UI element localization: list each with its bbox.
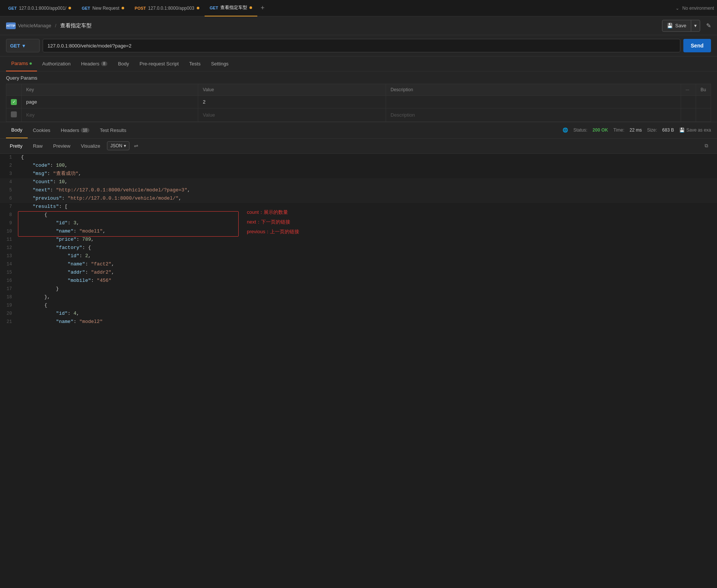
tab-new-request[interactable]: GET New Request [76, 0, 129, 16]
settings-label: Settings [211, 61, 229, 67]
resp-headers-badge: 10 [81, 128, 89, 133]
headers-tab-label: Headers [61, 127, 79, 133]
workspace-label: VehicleManage [18, 23, 51, 28]
resp-body-preview[interactable]: Preview [49, 138, 74, 153]
time-label: Time: [613, 127, 625, 133]
tab-settings[interactable]: Settings [206, 56, 234, 71]
resp-body-raw[interactable]: Raw [29, 138, 46, 153]
tab-params[interactable]: Params [6, 56, 37, 71]
tab-post-app003[interactable]: POST 127.0.0.1:8000/app003 [129, 0, 204, 16]
tab-dot [122, 7, 124, 9]
line-content-10: "name": "model1", [18, 228, 717, 236]
empty-key[interactable]: Key [22, 108, 198, 121]
line-content-20: "id": 4, [18, 310, 717, 318]
params-section: Query Params Key Value Description ··· B… [0, 71, 717, 122]
tab-label: 127.0.0.1:8000/app001/ [19, 6, 67, 11]
line-num-16: 16 [0, 277, 18, 285]
expand-icon[interactable]: ⌄ [675, 6, 679, 11]
line-content-2: "code": 100, [18, 162, 717, 170]
row-key[interactable]: page [22, 96, 198, 108]
tab-headers[interactable]: Headers 8 [76, 56, 113, 71]
resp-tab-test-results[interactable]: Test Results [95, 122, 132, 138]
preview-label: Preview [53, 143, 70, 149]
tab-get-app001[interactable]: GET 127.0.0.1:8000/app001/ [3, 0, 76, 16]
body-label: Body [118, 61, 129, 67]
code-line-7: 7 "results": [ [0, 203, 717, 211]
toolbar: HTTP VehicleManage / 查看指定车型 💾 Save ▾ ✎ [0, 16, 717, 35]
filter-icon[interactable]: ⇌ [134, 143, 138, 149]
save-main[interactable]: 💾 Save [662, 20, 691, 31]
checkbox-checked[interactable]: ✓ [11, 99, 17, 105]
line-content-8: { [18, 211, 717, 219]
test-results-label: Test Results [100, 127, 126, 133]
table-row-empty: Key Value Description [6, 108, 711, 121]
code-line-5: 5 "next": "http://127.0.0.1:8000/vehicle… [0, 187, 717, 195]
code-line-4: 4 "count": 10, [0, 178, 717, 187]
code-line-17: 17 } [0, 285, 717, 293]
line-num-10: 10 [0, 228, 18, 236]
tab-tests[interactable]: Tests [184, 56, 206, 71]
prerequest-label: Pre-request Script [140, 61, 179, 67]
empty-value[interactable]: Value [198, 108, 386, 121]
tab-label: New Request [92, 6, 119, 11]
time-value: 22 ms [629, 127, 642, 133]
tab-get-vehicle-model[interactable]: GET 查看指定车型 [205, 0, 258, 16]
method-label: GET [210, 6, 218, 10]
params-dot [30, 62, 32, 65]
resp-status-area: 🌐 Status: 200 OK Time: 22 ms Size: 683 B… [563, 127, 711, 133]
resp-tab-cookies[interactable]: Cookies [28, 122, 56, 138]
empty-description[interactable]: Description [386, 108, 681, 121]
resp-tab-body[interactable]: Body [6, 122, 28, 138]
checkbox-unchecked[interactable] [11, 111, 17, 117]
no-environment-label[interactable]: No environment [682, 6, 714, 11]
status-value: 200 OK [592, 127, 608, 133]
copy-icon[interactable]: ⧉ [705, 143, 708, 149]
tab-dot [249, 6, 252, 9]
size-value: 683 B [662, 127, 674, 133]
code-line-11: 11 "price": 789, [0, 236, 717, 244]
method-value: GET [10, 43, 20, 49]
code-line-6: 6 "previous": "http://127.0.0.1:8000/veh… [0, 195, 717, 203]
url-input[interactable] [43, 39, 680, 52]
edit-icon[interactable]: ✎ [706, 22, 711, 29]
resp-body-visualize[interactable]: Visualize [77, 138, 104, 153]
add-tab-button[interactable]: + [257, 3, 268, 13]
request-tabs: Params Authorization Headers 8 Body Pre-… [0, 56, 717, 71]
save-button[interactable]: 💾 Save ▾ [662, 20, 700, 32]
row-description[interactable] [386, 96, 681, 108]
empty-bulk [696, 108, 711, 121]
json-format-select[interactable]: JSON ▾ [107, 141, 129, 150]
save-as-label: Save as exa [686, 127, 711, 133]
save-dropdown-arrow[interactable]: ▾ [691, 20, 700, 31]
method-select[interactable]: GET ▾ [6, 39, 40, 52]
authorization-label: Authorization [42, 61, 71, 67]
row-bulk [696, 96, 711, 108]
row-value[interactable]: 2 [198, 96, 386, 108]
tests-label: Tests [189, 61, 200, 67]
logo-area: HTTP VehicleManage / 查看指定车型 [6, 22, 92, 29]
table-row: ✓ page 2 [6, 96, 711, 108]
actions-col-header: ··· [681, 84, 696, 96]
resp-tab-headers[interactable]: Headers 10 [56, 122, 95, 138]
code-line-1: 1 { [0, 154, 717, 162]
params-table: Key Value Description ··· Bu ✓ page 2 [6, 84, 711, 122]
empty-checkbox[interactable] [6, 108, 22, 121]
status-label: Status: [573, 127, 587, 133]
row-actions [681, 96, 696, 108]
method-label: GET [82, 6, 90, 10]
resp-body-pretty[interactable]: Pretty [6, 138, 26, 153]
tab-actions: ⌄ No environment [675, 6, 714, 11]
tab-authorization[interactable]: Authorization [37, 56, 76, 71]
key-col-header: Key [22, 84, 198, 96]
save-as-button[interactable]: 💾 Save as exa [679, 127, 711, 133]
tab-prerequest[interactable]: Pre-request Script [134, 56, 184, 71]
line-content-16: "mobile": "456" [18, 277, 717, 285]
code-line-19: 19 { [0, 302, 717, 310]
json-dropdown-icon: ▾ [124, 143, 126, 148]
send-button[interactable]: Send [683, 39, 711, 52]
code-line-20: 20 "id": 4, [0, 310, 717, 318]
row-checkbox[interactable]: ✓ [6, 96, 22, 108]
tab-body[interactable]: Body [113, 56, 134, 71]
method-dropdown-icon: ▾ [22, 43, 25, 49]
json-label: JSON [110, 143, 122, 148]
